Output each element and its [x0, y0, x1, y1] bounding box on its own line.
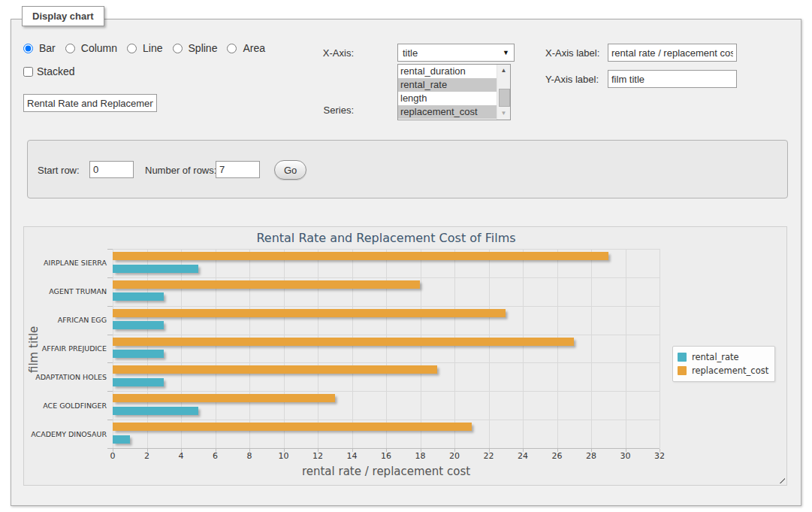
series-options: rental_duration rental_rate length repla…	[398, 65, 497, 120]
gridline	[421, 249, 421, 448]
series-option-rental-rate[interactable]: rental_rate	[398, 78, 497, 92]
y-axis-label-input[interactable]	[608, 70, 737, 88]
scroll-up-icon[interactable]: ▲	[497, 65, 510, 77]
radio-column[interactable]	[65, 44, 75, 53]
gridline	[660, 249, 660, 448]
x-tick-label: 4	[179, 451, 184, 461]
gridline	[113, 335, 660, 335]
x-tick-label: 16	[381, 451, 391, 461]
bar-rental_rate[interactable]	[113, 378, 164, 386]
bar-rental_rate[interactable]	[113, 350, 164, 358]
radio-spline[interactable]	[173, 44, 183, 53]
x-tick-label: 30	[620, 451, 631, 461]
x-tick-label: 14	[347, 451, 358, 461]
gridline	[147, 249, 148, 448]
scroll-down-icon[interactable]: ▼	[497, 108, 510, 120]
bar-rental_rate[interactable]	[113, 321, 164, 329]
stacked-label[interactable]: Stacked	[37, 65, 75, 77]
y-axis-tick	[107, 306, 113, 307]
chart-legend: rental_ratereplacement_cost	[672, 346, 775, 382]
start-row-label: Start row:	[38, 165, 80, 176]
x-axis-title: rental rate / replacement cost	[113, 465, 660, 478]
x-tick-label: 24	[518, 451, 528, 461]
radio-column-label[interactable]: Column	[81, 42, 117, 54]
bar-replacement_cost[interactable]	[113, 394, 335, 402]
radio-line[interactable]	[127, 44, 137, 53]
x-tick-label: 10	[279, 451, 289, 461]
series-listbox-scrollbar[interactable]: ▲ ▼	[497, 65, 510, 120]
legend-item-replacement_cost[interactable]: replacement_cost	[678, 364, 768, 377]
x-tick-label: 32	[654, 451, 665, 461]
bar-replacement_cost[interactable]	[113, 309, 506, 317]
series-option-rental-duration[interactable]: rental_duration	[398, 65, 497, 78]
scrollbar-thumb[interactable]	[499, 89, 510, 107]
legend-label: rental_rate	[692, 352, 739, 362]
radio-bar[interactable]	[23, 44, 33, 53]
gridline	[113, 277, 660, 278]
x-axis-select-value: title	[403, 47, 418, 59]
chart-container: Rental Rate and Replacement Cost of Film…	[23, 226, 787, 486]
gridline	[113, 362, 660, 363]
legend-swatch-icon	[678, 353, 687, 362]
start-row-input[interactable]	[89, 161, 134, 178]
chart-resize-handle[interactable]	[776, 474, 785, 483]
y-axis-tick	[107, 277, 113, 278]
bar-replacement_cost[interactable]	[113, 423, 472, 431]
series-option-replacement-cost[interactable]: replacement_cost	[398, 105, 497, 119]
bar-rental_rate[interactable]	[113, 292, 164, 301]
gridline	[523, 249, 524, 448]
x-axis-select-label: X-Axis:	[323, 47, 354, 59]
gridline	[284, 249, 285, 448]
number-of-rows-input[interactable]	[216, 161, 260, 178]
legend-swatch-icon	[678, 366, 687, 375]
gridline	[113, 249, 113, 448]
gridline	[626, 249, 626, 448]
y-axis-category-label: AIRPLANE SIERRA	[26, 249, 107, 277]
radio-spline-label[interactable]: Spline	[189, 42, 218, 54]
y-axis-title: film title	[27, 295, 41, 404]
series-listbox[interactable]: rental_duration rental_rate length repla…	[397, 64, 511, 120]
bar-rental_rate[interactable]	[113, 407, 198, 415]
series-listbox-label: Series:	[324, 105, 354, 116]
bar-replacement_cost[interactable]	[113, 338, 574, 346]
gridline	[181, 249, 182, 448]
legend-item-rental_rate[interactable]: rental_rate	[678, 350, 768, 364]
gridline	[454, 249, 455, 448]
series-option-length[interactable]: length	[398, 92, 497, 105]
x-tick-label: 28	[586, 451, 596, 461]
radio-line-label[interactable]: Line	[143, 42, 162, 54]
y-axis-category-label: ACADEMY DINOSAUR	[26, 420, 107, 448]
gridline	[113, 420, 660, 420]
chart-plot-area: AIRPLANE SIERRAAGENT TRUMANAFRICAN EGGAF…	[113, 249, 660, 448]
y-axis-tick	[107, 391, 113, 392]
x-axis-label-input[interactable]	[608, 44, 737, 62]
x-tick-label: 12	[312, 451, 323, 461]
chart-title: Rental Rate and Replacement Cost of Film…	[113, 231, 660, 245]
go-button[interactable]: Go	[274, 160, 306, 180]
bar-replacement_cost[interactable]	[113, 365, 437, 374]
radio-area-label[interactable]: Area	[243, 42, 265, 54]
bar-replacement_cost[interactable]	[113, 252, 608, 260]
chart-title-input[interactable]	[23, 94, 157, 112]
y-axis-label-field-label: Y-Axis label:	[545, 74, 599, 85]
x-axis-line	[113, 448, 660, 449]
bar-rental_rate[interactable]	[113, 435, 130, 444]
x-tick-label: 26	[552, 451, 563, 461]
chart-type-radio-group: Bar Column Line Spline Area	[23, 42, 272, 54]
gridline	[557, 249, 558, 448]
gridline	[113, 391, 660, 392]
gridline	[489, 249, 490, 448]
bar-replacement_cost[interactable]	[113, 280, 420, 289]
gridline	[113, 306, 660, 307]
bar-rental_rate[interactable]	[113, 265, 198, 273]
radio-area[interactable]	[227, 44, 237, 53]
fieldset-legend: Display chart	[22, 6, 104, 26]
stacked-checkbox[interactable]	[23, 67, 33, 77]
x-axis-select[interactable]: title ▼	[397, 44, 515, 62]
gridline	[249, 249, 250, 448]
gridline	[386, 249, 387, 448]
gridline	[318, 249, 318, 448]
x-tick-label: 0	[110, 451, 116, 461]
radio-bar-label[interactable]: Bar	[39, 42, 56, 54]
display-chart-fieldset: Display chart Bar Column Line Spline Are…	[11, 19, 801, 506]
